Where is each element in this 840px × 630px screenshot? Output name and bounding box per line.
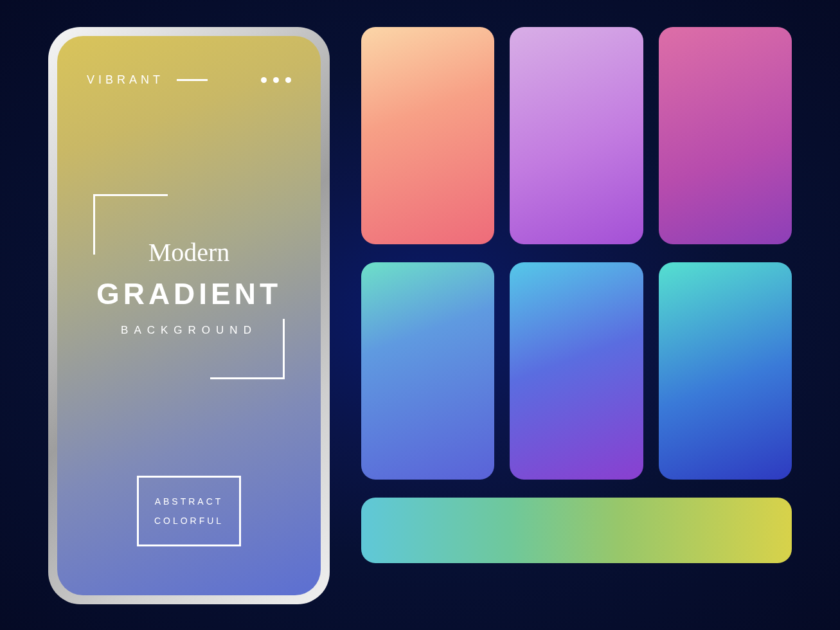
title-line2: GRADIENT [96,276,281,311]
abstract-box: ABSTRACT COLORFUL [137,476,241,546]
more-icon[interactable] [261,77,291,83]
swatch-row-1 [361,27,792,244]
swatch-row-2 [361,262,792,480]
swatch-grid [361,27,792,563]
swatch-teal-blue[interactable] [361,262,494,480]
corner-top-left-icon [93,194,168,255]
swatch-aqua-navy[interactable] [659,262,792,480]
vibrant-label: VIBRANT [87,73,164,87]
abstract-line2: COLORFUL [154,516,224,526]
swatch-lilac-purple[interactable] [510,27,643,244]
title-box: Modern GRADIENT BACKGROUND [93,194,285,379]
corner-bottom-right-icon [210,319,285,379]
phone-frame: VIBRANT Modern GRADIENT BACKGROUND ABSTR… [48,27,330,604]
abstract-line1: ABSTRACT [155,496,224,507]
swatch-cyan-violet[interactable] [510,262,643,480]
dash-icon [177,79,208,81]
swatch-bar-teal-yellow[interactable] [361,498,792,563]
swatch-peach-coral[interactable] [361,27,494,244]
swatch-pink-magenta[interactable] [659,27,792,244]
phone-header: VIBRANT [87,73,291,87]
header-left: VIBRANT [87,73,208,87]
phone-screen: VIBRANT Modern GRADIENT BACKGROUND ABSTR… [57,36,321,595]
canvas: VIBRANT Modern GRADIENT BACKGROUND ABSTR… [0,0,840,630]
